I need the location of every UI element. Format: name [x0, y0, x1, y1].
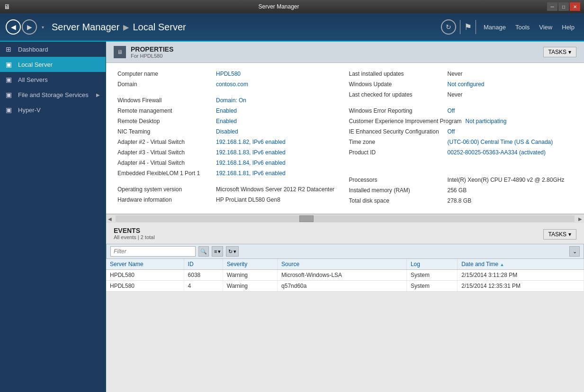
chevron-down-icon: ⌄: [573, 249, 577, 255]
prop-value-domain[interactable]: contoso.com: [216, 81, 248, 88]
prop-row-firewall: Windows Firewall Domain: On: [117, 96, 341, 107]
table-row[interactable]: HPDL580 6038 Warning Microsoft-Windows-L…: [106, 270, 584, 281]
cell-severity: Warning: [223, 281, 277, 292]
local-server-icon: ▣: [6, 61, 14, 68]
prop-value-adapter2[interactable]: 192.168.1.82, IPv6 enabled: [216, 139, 286, 145]
sidebar-item-all-servers[interactable]: ▣ All Servers: [0, 72, 106, 87]
col-label: Log: [411, 261, 420, 267]
col-label: Severity: [227, 261, 247, 267]
prop-value-last-updates: Never: [448, 71, 463, 77]
prop-label: Hardware information: [117, 196, 212, 203]
prop-value-hardware: HP ProLiant DL580 Gen8: [216, 196, 280, 203]
prop-value-flexiblelom[interactable]: 192.168.1.81, IPv6 enabled: [216, 170, 286, 177]
maximize-button[interactable]: □: [558, 2, 569, 11]
col-severity[interactable]: Severity: [223, 259, 277, 270]
filter-column-icon: ≡: [214, 249, 217, 254]
cell-log: System: [406, 281, 457, 292]
prop-value-timezone[interactable]: (UTC-06:00) Central Time (US & Canada): [448, 139, 553, 145]
col-server-name[interactable]: Server Name: [106, 259, 184, 270]
sidebar-item-local-server[interactable]: ▣ Local Server: [0, 57, 106, 72]
refresh-button[interactable]: ↻: [441, 19, 456, 35]
sidebar-item-label: Hyper-V: [18, 107, 41, 114]
prop-row-processors: Processors Intel(R) Xeon(R) CPU E7-4890 …: [349, 176, 573, 186]
events-tasks-button[interactable]: TASKS ▾: [543, 229, 576, 240]
cell-severity: Warning: [223, 270, 277, 281]
prop-row-adapter4: Adapter #4 - Virtual Switch 192.168.1.84…: [117, 159, 341, 169]
col-log[interactable]: Log: [406, 259, 457, 270]
filter-column-button[interactable]: ≡ ▾: [212, 246, 223, 257]
minimize-button[interactable]: ─: [547, 2, 557, 11]
properties-subtitle: For HPDL580: [131, 53, 173, 59]
main-layout: ⊞ Dashboard ▣ Local Server ▣ All Servers…: [0, 42, 584, 392]
prop-label: Processors: [349, 177, 444, 183]
filter-search-button[interactable]: 🔍: [198, 246, 209, 257]
events-table-body: HPDL580 6038 Warning Microsoft-Windows-L…: [106, 270, 584, 292]
filter-expand-button[interactable]: ⌄: [569, 246, 580, 257]
sidebar-item-hyper-v[interactable]: ▣ Hyper-V: [0, 102, 106, 117]
window-controls[interactable]: ─ □ ✕: [547, 2, 580, 11]
events-table: Server Name ID Severity Source: [106, 259, 584, 292]
prop-label: IE Enhanced Security Configuration: [349, 128, 444, 135]
prop-value-ie-esc[interactable]: Off: [448, 128, 455, 135]
notifications-flag[interactable]: ⚑: [464, 22, 472, 32]
sidebar-item-label: Dashboard: [18, 46, 48, 53]
prop-value-adapter4[interactable]: 192.168.1.84, IPv6 enabled: [216, 160, 286, 166]
tools-menu[interactable]: Tools: [512, 22, 533, 33]
prop-value-ceip[interactable]: Not participating: [466, 118, 507, 125]
help-menu[interactable]: Help: [558, 22, 578, 33]
events-table-container: Server Name ID Severity Source: [106, 259, 584, 292]
col-date-time[interactable]: Date and Time ▲: [458, 259, 584, 270]
filter-refresh-button[interactable]: ↻ ▾: [226, 246, 239, 257]
props-divider: [117, 90, 341, 96]
col-id[interactable]: ID: [184, 259, 223, 270]
forward-button[interactable]: ▶: [22, 19, 37, 35]
prop-row-last-checked: Last checked for updates Never: [349, 90, 573, 101]
events-header: EVENTS All events | 2 total TASKS ▾: [106, 223, 584, 242]
table-row[interactable]: HPDL580 4 Warning q57nd60a System 2/15/2…: [106, 281, 584, 292]
prop-value-product-id[interactable]: 00252-80025-05363-AA334 (activated): [448, 149, 546, 156]
prop-value-adapter3[interactable]: 192.168.1.83, IPv6 enabled: [216, 149, 286, 156]
cell-server-name: HPDL580: [106, 281, 184, 292]
prop-value-remote-mgmt[interactable]: Enabled: [216, 107, 237, 114]
col-label: Source: [281, 261, 299, 267]
events-tasks-arrow: ▾: [568, 231, 571, 238]
prop-row-product-id: Product ID 00252-80025-05363-AA334 (acti…: [349, 148, 573, 159]
prop-value-error-reporting[interactable]: Off: [448, 107, 455, 114]
nav-history-dropdown[interactable]: ▾: [42, 25, 44, 30]
prop-value-nic-teaming[interactable]: Disabled: [216, 128, 238, 135]
sidebar-item-file-storage[interactable]: ▣ File and Storage Services ▶: [0, 87, 106, 102]
col-label: Server Name: [110, 261, 144, 267]
prop-value-windows-update[interactable]: Not configured: [448, 81, 485, 88]
view-menu[interactable]: View: [535, 22, 556, 33]
sidebar-item-dashboard[interactable]: ⊞ Dashboard: [0, 42, 106, 57]
prop-label: Time zone: [349, 139, 444, 145]
back-button[interactable]: ◀: [6, 19, 21, 35]
properties-title: PROPERTIES: [131, 45, 173, 53]
properties-grid: Computer name HPDL580 Domain contoso.com…: [114, 68, 576, 209]
manage-menu[interactable]: Manage: [480, 22, 510, 33]
close-button[interactable]: ✕: [570, 2, 580, 11]
h-scrollbar-track[interactable]: [116, 215, 575, 222]
nav-back-forward: ◀ ▶: [6, 19, 37, 35]
app-icon: 🖥: [4, 3, 10, 10]
properties-tasks-button[interactable]: TASKS ▾: [543, 47, 576, 57]
prop-label: Embedded FlexibleLOM 1 Port 1: [117, 170, 212, 177]
h-scrollbar-thumb[interactable]: [299, 215, 314, 222]
h-scroll-right[interactable]: ▶: [576, 216, 584, 222]
col-source[interactable]: Source: [278, 259, 407, 270]
filter-input[interactable]: [110, 246, 196, 257]
filter-refresh-icon: ↻: [228, 249, 233, 255]
prop-label: Remote Desktop: [117, 118, 212, 125]
properties-panel: Computer name HPDL580 Domain contoso.com…: [106, 63, 584, 214]
prop-value-computer-name[interactable]: HPDL580: [216, 71, 241, 77]
prop-value-firewall[interactable]: Domain: On: [216, 97, 246, 104]
cell-id: 4: [184, 281, 223, 292]
cell-log: System: [406, 270, 457, 281]
col-label: ID: [188, 261, 194, 267]
h-scroll-left[interactable]: ◀: [106, 216, 114, 222]
prop-row-ram: Installed memory (RAM) 256 GB: [349, 186, 573, 196]
filter-refresh-arrow: ▾: [234, 249, 236, 255]
prop-value-remote-desktop[interactable]: Enabled: [216, 118, 237, 125]
prop-value-last-checked: Never: [448, 91, 463, 98]
properties-h-scrollbar[interactable]: ◀ ▶: [106, 214, 584, 223]
